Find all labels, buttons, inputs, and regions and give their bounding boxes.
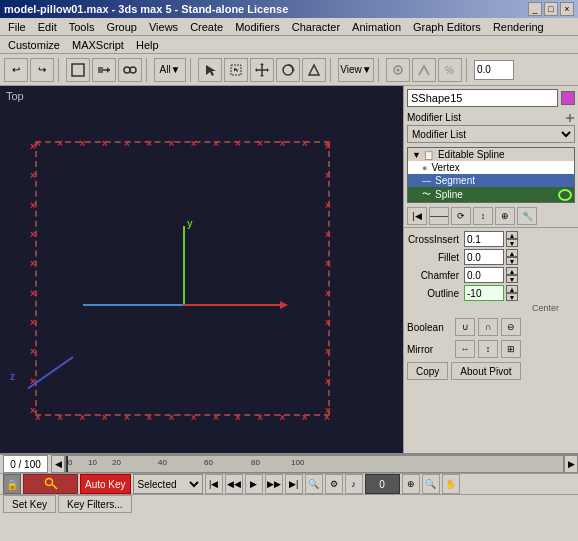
outline-spinner: ▲ ▼: [506, 285, 518, 301]
undo-button[interactable]: ↩: [4, 58, 28, 82]
about-pivot-button[interactable]: About Pivot: [451, 362, 520, 380]
menu-tools[interactable]: Tools: [63, 18, 101, 36]
menu-create[interactable]: Create: [184, 18, 229, 36]
tree-item-segment[interactable]: — Segment: [408, 174, 574, 187]
select-object-button[interactable]: [66, 58, 90, 82]
outline-input[interactable]: [464, 285, 504, 301]
prev-keyframe-button[interactable]: ◀◀: [225, 474, 243, 494]
close-button[interactable]: ×: [560, 2, 574, 16]
fillet-input[interactable]: [464, 249, 504, 265]
selected-dropdown[interactable]: Selected: [133, 474, 203, 494]
viewport-pan-btn[interactable]: ✋: [442, 474, 460, 494]
ruler-10: 10: [88, 458, 97, 467]
object-name-input[interactable]: [407, 89, 558, 107]
auto-key-button[interactable]: Auto Key: [80, 474, 131, 494]
menu-modifiers[interactable]: Modifiers: [229, 18, 286, 36]
select-filter-dropdown[interactable]: All ▼: [154, 58, 186, 82]
sub-btn-3[interactable]: ⟳: [451, 207, 471, 225]
fillet-down[interactable]: ▼: [506, 257, 518, 265]
set-key-button[interactable]: Set Key: [3, 495, 56, 513]
mirror-vertical-btn[interactable]: ↕: [478, 340, 498, 358]
select-button[interactable]: [198, 58, 222, 82]
viewport-zoom-btn[interactable]: 🔍: [422, 474, 440, 494]
key-filters-button[interactable]: Key Filters...: [58, 495, 132, 513]
boolean-subtract-btn[interactable]: ∩: [478, 318, 498, 336]
next-keyframe-button[interactable]: ▶▶: [265, 474, 283, 494]
minimize-button[interactable]: _: [528, 2, 542, 16]
lock-icon[interactable]: 🔒: [3, 474, 21, 494]
bottom-area: 0 / 100 ◀ 0 10 20 40 60 80 100 ▶ 🔒: [0, 453, 578, 503]
tree-label-vertex: Vertex: [431, 162, 459, 173]
scale-button[interactable]: [302, 58, 326, 82]
cross-insert-down[interactable]: ▼: [506, 239, 518, 247]
chamfer-row: Chamfer ▲ ▼: [407, 267, 575, 283]
snap-toggle[interactable]: [386, 58, 410, 82]
menu-edit[interactable]: Edit: [32, 18, 63, 36]
sub-btn-4[interactable]: ↕: [473, 207, 493, 225]
sub-toolbar: |◀ —— ⟳ ↕ ⊕ 🔧: [404, 205, 578, 227]
tree-item-spline[interactable]: 〜 Spline: [408, 187, 574, 202]
angle-snap[interactable]: [412, 58, 436, 82]
move-button[interactable]: [250, 58, 274, 82]
redo-button[interactable]: ↪: [30, 58, 54, 82]
cross-insert-spinner: ▲ ▼: [506, 231, 518, 247]
rotate-button[interactable]: [276, 58, 300, 82]
chamfer-down[interactable]: ▼: [506, 275, 518, 283]
viewport-label: Top: [6, 90, 24, 102]
menu-rendering[interactable]: Rendering: [487, 18, 550, 36]
modifier-dropdown[interactable]: Modifier List: [407, 125, 575, 143]
menu-file[interactable]: File: [2, 18, 32, 36]
object-color-swatch[interactable]: [561, 91, 575, 105]
menu-views[interactable]: Views: [143, 18, 184, 36]
menu-maxscript[interactable]: MAXScript: [66, 36, 130, 54]
timeline-scroll-left[interactable]: ◀: [51, 455, 65, 473]
menu-group[interactable]: Group: [100, 18, 143, 36]
link-button[interactable]: [92, 58, 116, 82]
maximize-button[interactable]: □: [544, 2, 558, 16]
play-button[interactable]: ▶: [245, 474, 263, 494]
current-frame-input[interactable]: [365, 474, 400, 494]
menu-bar-2: Customize MAXScript Help: [0, 36, 578, 54]
viewport-controls-btn[interactable]: ⊕: [402, 474, 420, 494]
cross-insert-up[interactable]: ▲: [506, 231, 518, 239]
timeline-track[interactable]: 0 10 20 40 60 80 100: [65, 455, 564, 473]
bind-button[interactable]: [118, 58, 142, 82]
outline-down[interactable]: ▼: [506, 293, 518, 301]
boolean-union-btn[interactable]: ∪: [455, 318, 475, 336]
percent-snap[interactable]: %: [438, 58, 462, 82]
region-select-button[interactable]: [224, 58, 248, 82]
tree-item-editable-spline[interactable]: ▼ 📋 Editable Spline: [408, 148, 574, 161]
chamfer-input[interactable]: [464, 267, 504, 283]
play-options-btn[interactable]: ⚙: [325, 474, 343, 494]
tree-label-spline: Spline: [435, 189, 463, 200]
sub-btn-2[interactable]: ——: [429, 207, 449, 225]
sub-btn-6[interactable]: 🔧: [517, 207, 537, 225]
mirror-horizontal-btn[interactable]: ↔: [455, 340, 475, 358]
main-content: Top × × × × × × × × × × × × × × × × × × …: [0, 86, 578, 453]
menu-animation[interactable]: Animation: [346, 18, 407, 36]
menu-customize[interactable]: Customize: [2, 36, 66, 54]
fillet-up[interactable]: ▲: [506, 249, 518, 257]
copy-button[interactable]: Copy: [407, 362, 448, 380]
prev-frame-button[interactable]: |◀: [205, 474, 223, 494]
menu-character[interactable]: Character: [286, 18, 346, 36]
outline-up[interactable]: ▲: [506, 285, 518, 293]
ref-coord-dropdown[interactable]: View▼: [338, 58, 374, 82]
sub-btn-1[interactable]: |◀: [407, 207, 427, 225]
chamfer-up[interactable]: ▲: [506, 267, 518, 275]
mirror-both-btn[interactable]: ⊞: [501, 340, 521, 358]
boolean-intersect-btn[interactable]: ⊖: [501, 318, 521, 336]
sub-btn-5[interactable]: ⊕: [495, 207, 515, 225]
timeline-scroll-right[interactable]: ▶: [564, 455, 578, 473]
menu-graph-editors[interactable]: Graph Editors: [407, 18, 487, 36]
menu-bar-1: File Edit Tools Group Views Create Modif…: [0, 18, 578, 36]
play-mode-btn[interactable]: 🔍: [305, 474, 323, 494]
x-axis-blue: [83, 304, 183, 306]
tree-item-vertex[interactable]: ● Vertex: [408, 161, 574, 174]
viewport[interactable]: Top × × × × × × × × × × × × × × × × × × …: [0, 86, 403, 453]
chamfer-spinner: ▲ ▼: [506, 267, 518, 283]
cross-insert-input[interactable]: [464, 231, 504, 247]
next-frame-button[interactable]: ▶|: [285, 474, 303, 494]
menu-help[interactable]: Help: [130, 36, 165, 54]
sound-btn[interactable]: ♪: [345, 474, 363, 494]
